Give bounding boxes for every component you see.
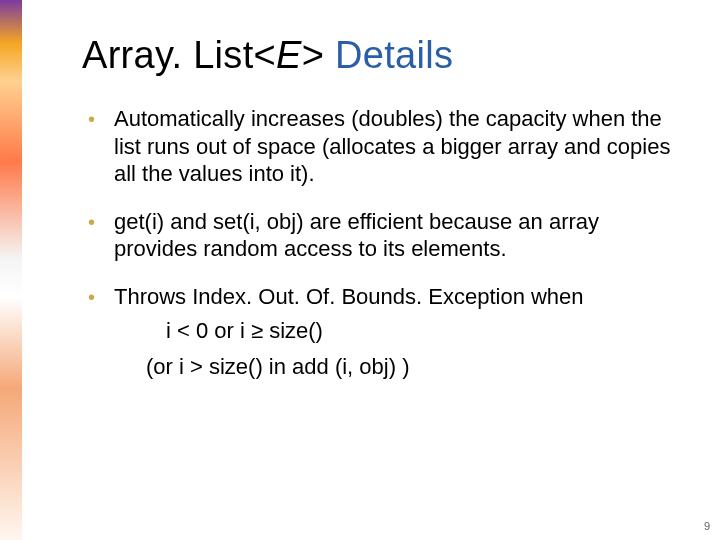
bullet-item: Automatically increases (doubles) the ca… (82, 105, 680, 188)
bullet-text: get(i) and set(i, obj) are efficient bec… (114, 209, 599, 262)
bullet-list: Automatically increases (doubles) the ca… (82, 105, 680, 381)
bullet-subline: (or i > size() in add (i, obj) ) (114, 352, 680, 382)
slide-content: Array. List<E> Details Automatically inc… (82, 34, 680, 401)
bullet-subline: i < 0 or i ≥ size() (114, 316, 680, 346)
title-suffix: > (302, 34, 335, 76)
bullet-text: Automatically increases (doubles) the ca… (114, 106, 670, 186)
title-details: Details (335, 34, 453, 76)
bullet-item: get(i) and set(i, obj) are efficient bec… (82, 208, 680, 263)
bullet-text: Throws Index. Out. Of. Bounds. Exception… (114, 284, 584, 309)
title-prefix: Array. List< (82, 34, 276, 76)
decorative-gradient-bar (0, 0, 22, 540)
bullet-item: Throws Index. Out. Of. Bounds. Exception… (82, 283, 680, 382)
slide-title: Array. List<E> Details (82, 34, 680, 77)
title-generic-param: E (276, 34, 302, 76)
page-number: 9 (704, 520, 710, 532)
